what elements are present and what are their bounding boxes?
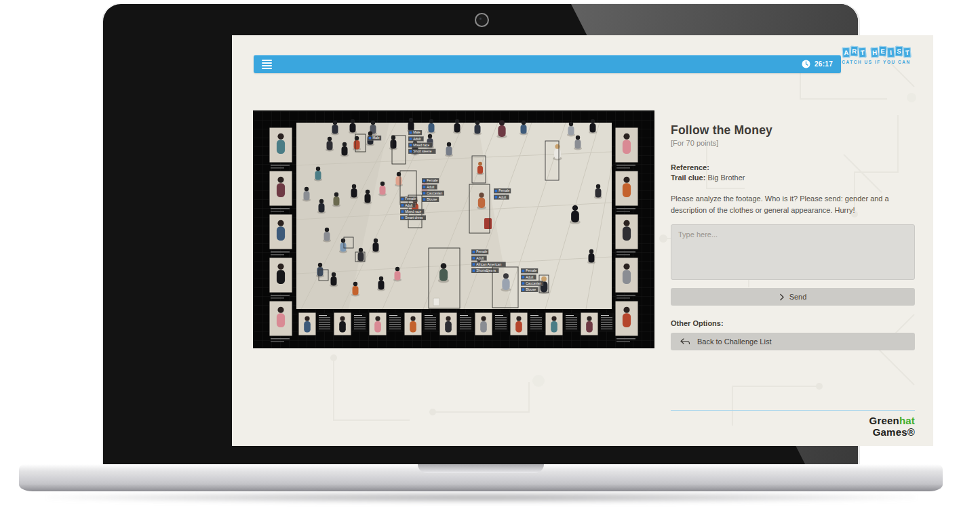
suspect-thumbnail xyxy=(269,258,292,299)
detection-label: Smart dress xyxy=(400,216,426,220)
detection-label-text: Female xyxy=(526,269,537,272)
logo-letter-tile: I xyxy=(886,47,895,58)
detection-label: Mixed race xyxy=(408,142,433,147)
detection-label: Adult xyxy=(400,203,416,207)
brand-hat-text: hat xyxy=(899,415,915,426)
reference-label: Reference: xyxy=(671,163,709,171)
app-topbar: 26:17 xyxy=(254,55,841,73)
detection-label: Female xyxy=(422,178,439,183)
clock-icon xyxy=(802,60,810,68)
detection-label-text: Adult xyxy=(427,186,435,189)
detection-label-text: Adult xyxy=(413,138,421,141)
back-to-challenge-list-button[interactable]: Back to Challenge List xyxy=(671,333,915,350)
suspect-thumbnail xyxy=(269,214,292,255)
logo-letter-tile: E xyxy=(878,46,886,57)
laptop-base xyxy=(19,464,943,485)
brand-green-text: Green xyxy=(869,415,899,426)
detection-label-text: Female xyxy=(427,179,438,182)
laptop-screen-bezel: 26:17 ART HEIST CATCH US IF YOU CAN xyxy=(103,4,858,464)
challenge-instructions: Please analyze the footage. Who is it? P… xyxy=(671,193,915,216)
logo-word-heist: HEIST xyxy=(871,47,911,57)
detection-label: Male xyxy=(368,136,381,140)
send-button[interactable]: Send xyxy=(671,288,915,306)
app-page: 26:17 ART HEIST CATCH US IF YOU CAN xyxy=(232,35,933,446)
suspect-thumbnail xyxy=(615,301,638,342)
detection-label: Caucasian xyxy=(521,281,543,285)
detection-label: Female xyxy=(400,197,417,201)
logo-letter-tile: H xyxy=(870,47,878,58)
suspect-thumbnail xyxy=(615,171,638,212)
return-arrow-icon xyxy=(680,338,690,345)
detection-label-text: Adult xyxy=(405,204,413,207)
detection-label-text: Female xyxy=(498,189,510,192)
detection-label: Mixed race xyxy=(400,209,425,213)
detection-label-text: Adult xyxy=(498,196,507,199)
laptop-shadow xyxy=(47,492,916,503)
detection-label: Caucasian xyxy=(422,190,444,195)
detection-label-text: Female xyxy=(476,250,488,253)
detection-label-text: Short sleeve xyxy=(413,150,431,153)
logo-letter-tile: T xyxy=(858,47,866,58)
detection-label-text: Smart dress xyxy=(405,216,423,220)
detection-label-text: Female xyxy=(405,197,416,201)
menu-hamburger-icon[interactable] xyxy=(262,60,272,69)
laptop-base-edge xyxy=(19,485,943,491)
detection-label-text: Male xyxy=(413,131,420,134)
footer-divider xyxy=(671,410,915,411)
suspect-thumbnail xyxy=(615,258,638,299)
art-heist-logo: ART HEIST CATCH US IF YOU CAN xyxy=(838,47,914,64)
detection-label-text: Adult xyxy=(526,276,534,279)
detection-label: Male xyxy=(408,130,422,135)
detection-label: Female xyxy=(521,268,538,273)
laptop-base-notch xyxy=(418,464,544,473)
timer-value: 26:17 xyxy=(815,60,833,68)
logo-word-art: ART xyxy=(842,47,866,57)
detection-label: Adult xyxy=(494,194,509,199)
detection-label: Blouse xyxy=(521,287,538,292)
detection-label-text: Caucasian xyxy=(427,192,442,195)
detection-label: Adult xyxy=(521,274,536,279)
trail-clue-value: Big Brother xyxy=(707,173,745,182)
detection-label-text: Male xyxy=(372,136,380,140)
detection-label: Shorts&jeans xyxy=(471,268,499,273)
challenge-title: Follow the Money xyxy=(671,123,915,138)
detection-label-text: Mixed race xyxy=(405,210,421,213)
greenhat-games-logo: Greenhat Games® xyxy=(671,415,915,438)
challenge-panel: Follow the Money [For 70 points] Referen… xyxy=(671,123,915,438)
send-button-label: Send xyxy=(789,293,807,301)
suspect-thumbnail xyxy=(269,127,292,169)
brand-games-text: Games® xyxy=(873,426,915,438)
trail-clue-label: Trail clue: xyxy=(671,173,705,182)
detection-label-text: Blouse xyxy=(427,198,437,201)
detection-label-text: Blouse xyxy=(526,288,536,291)
detection-label: African American xyxy=(471,262,506,266)
countdown-timer: 26:17 xyxy=(802,60,833,68)
suspect-thumbnail xyxy=(615,127,638,169)
surveillance-footage-image: MaleMaleAdultMixed raceShort sleeveFemal… xyxy=(254,111,654,348)
logo-letter-tile: S xyxy=(895,46,903,57)
detection-label-text: Adult xyxy=(476,257,484,260)
detection-label-text: Mixed race xyxy=(413,144,429,147)
detection-label: Adult xyxy=(408,136,424,141)
challenge-points: [For 70 points] xyxy=(671,139,915,147)
detection-label-text: Caucasian xyxy=(526,282,541,285)
detection-label: Adult xyxy=(422,184,437,189)
cctv-photo xyxy=(296,118,612,309)
webcam-icon xyxy=(475,13,489,27)
answer-input[interactable] xyxy=(671,224,915,280)
detection-label: Female xyxy=(494,188,511,193)
detection-label-text: African American xyxy=(476,263,501,266)
other-options-label: Other Options: xyxy=(671,319,915,327)
back-button-label: Back to Challenge List xyxy=(697,337,771,346)
suspect-thumbnail xyxy=(615,214,638,255)
detection-label: Adult xyxy=(471,255,487,260)
chevron-right-icon xyxy=(779,293,784,301)
detection-label: Short sleeve xyxy=(408,149,436,154)
detection-label: Blouse xyxy=(422,197,439,202)
suspect-thumbnail xyxy=(269,171,292,212)
detection-label: Female xyxy=(471,249,488,254)
detection-label-text: Shorts&jeans xyxy=(476,269,496,272)
logo-letter-tile: T xyxy=(903,47,911,58)
logo-letter-tile: A xyxy=(842,47,850,58)
suspect-thumbnail xyxy=(269,301,292,342)
